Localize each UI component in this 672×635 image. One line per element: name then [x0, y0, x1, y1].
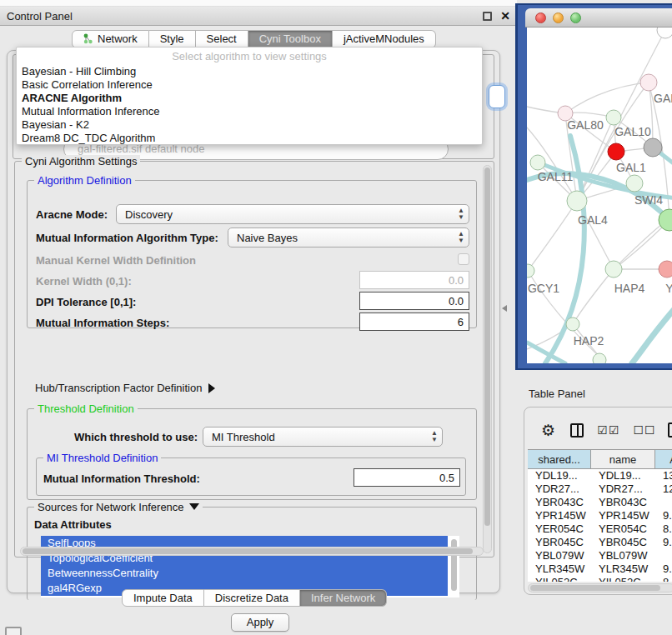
aracne-mode-value: Discovery	[125, 208, 173, 221]
settings-vertical-scrollbar[interactable]	[483, 165, 492, 553]
tab-impute-data[interactable]: Impute Data	[122, 589, 204, 607]
settings-group-title: Cyni Algorithm Settings	[22, 155, 140, 168]
data-attributes-label: Data Attributes	[34, 518, 112, 531]
column-header[interactable]: A	[655, 450, 672, 468]
table-cell: YLR345W	[528, 562, 591, 576]
mi-steps-field[interactable]: 6	[359, 312, 469, 331]
node-table: shared...nameA YDL19...YDL19...13YDR27..…	[528, 449, 672, 582]
table-row[interactable]: YBR043CYBR043C	[528, 496, 672, 509]
focused-spinner[interactable]	[489, 85, 505, 108]
network-node-gal1[interactable]	[626, 175, 643, 192]
network-window-titlebar[interactable]	[525, 8, 672, 28]
network-edge[interactable]	[614, 224, 662, 269]
docked-panel-icon[interactable]	[5, 627, 22, 635]
node-label-swi4: SWI4	[634, 193, 663, 207]
control-panel-titlebar: Control Panel ✕	[0, 7, 517, 26]
column-header[interactable]: shared...	[528, 450, 591, 468]
table-row[interactable]: YPR145WYPR145W9.	[528, 509, 672, 522]
gear-icon[interactable]: ⚙	[541, 421, 555, 440]
table-cell: YPR145W	[528, 509, 591, 522]
sources-title[interactable]: Sources for Network Inference	[34, 501, 203, 513]
network-node-gcy1[interactable]	[527, 264, 534, 278]
network-node-hap2[interactable]	[566, 318, 579, 331]
network-edge[interactable]	[528, 201, 577, 271]
threshold-definition-title: Threshold Definition	[34, 402, 138, 415]
kernel-width-label: Kernel Width (0,1):	[36, 275, 132, 288]
algorithm-option[interactable]: Bayesian - K2	[17, 118, 482, 132]
table-cell: YDR27...	[591, 482, 655, 496]
table-horizontal-scrollbar[interactable]	[528, 583, 672, 592]
network-node-salmon-node[interactable]	[659, 261, 672, 278]
algorithm-option[interactable]: Basic Correlation Inference	[17, 78, 482, 92]
unchecked-checkboxes-icon[interactable]: ☐☐	[633, 423, 655, 437]
network-node-red-node[interactable]	[608, 143, 624, 160]
mi-type-combo[interactable]: Naive Bayes ▲▼	[228, 228, 469, 248]
panel-divider-handle[interactable]	[502, 305, 507, 312]
network-node-top-right[interactable]	[657, 28, 672, 38]
hub-definition-toggle[interactable]: Hub/Transcription Factor Definition	[35, 382, 215, 394]
table-row[interactable]: YBL079WYBL079W	[528, 549, 672, 562]
network-node-gal4[interactable]	[567, 191, 587, 211]
network-node-bottom-node[interactable]	[593, 353, 606, 363]
mi-type-label: Mutual Information Algorithm Type:	[36, 232, 218, 244]
table-panel-title: Table Panel	[529, 388, 585, 400]
which-threshold-combo[interactable]: MI Threshold ▲▼	[203, 427, 443, 447]
tab-style[interactable]: Style	[149, 30, 196, 48]
data-attribute-item[interactable]: BetweennessCentrality	[41, 566, 448, 581]
settings-horizontal-scrollbar[interactable]	[20, 547, 484, 556]
close-icon[interactable]: ✕	[500, 10, 510, 22]
algorithm-option[interactable]: Bayesian - Hill Climbing	[17, 65, 482, 78]
panel-title: Control Panel	[7, 10, 483, 22]
table-row[interactable]: YER054CYER054C8.	[528, 522, 672, 536]
aracne-mode-combo[interactable]: Discovery ▲▼	[116, 204, 469, 224]
network-canvas[interactable]: GALGAL80GAL10GAL1GAL11SWI4GAL4GCY1HAP4YH…	[527, 28, 672, 363]
stepper-arrows-icon: ▲▼	[458, 231, 464, 244]
algorithm-option[interactable]: Dream8 DC_TDC Algorithm	[17, 132, 482, 145]
table-cell: YDR27...	[528, 482, 591, 496]
mi-threshold-field[interactable]: 0.5	[354, 468, 460, 487]
network-node-gray-node[interactable]	[644, 138, 662, 157]
tab-jactivemnodules[interactable]: jActiveMNodules	[333, 30, 436, 48]
network-node-hap4[interactable]	[605, 261, 622, 278]
node-label-gal10: GAL10	[614, 125, 651, 138]
table-cell: 12	[655, 482, 672, 496]
dpi-tolerance-field[interactable]: 0.0	[359, 292, 469, 310]
table-row[interactable]: YIL052CYIL052C8	[528, 576, 672, 582]
table-cell: YBR043C	[591, 496, 655, 509]
table-row[interactable]: YLR345WYLR345W9.	[528, 562, 672, 576]
float-panel-icon[interactable]	[483, 12, 492, 21]
network-graph: GALGAL80GAL10GAL1GAL11SWI4GAL4GCY1HAP4YH…	[527, 28, 672, 363]
apply-button[interactable]: Apply	[231, 613, 289, 632]
traffic-light-close-icon[interactable]	[535, 12, 546, 23]
kernel-width-field[interactable]: 0.0	[359, 271, 469, 289]
algorithm-definition-title: Algorithm Definition	[34, 174, 135, 187]
checked-checkboxes-icon[interactable]: ☑☑	[597, 423, 619, 437]
table-cell: 9.	[655, 536, 672, 549]
algorithm-option[interactable]: ARACNE Algorithm	[17, 92, 482, 105]
tab-select[interactable]: Select	[196, 30, 248, 48]
table-row[interactable]: YDR27...YDR27...12	[528, 482, 672, 496]
algorithm-option[interactable]: Mutual Information Inference	[17, 105, 482, 118]
traffic-light-zoom-icon[interactable]	[570, 12, 581, 23]
network-node-gal7[interactable]	[640, 74, 657, 91]
table-row[interactable]: YDL19...YDL19...13	[528, 469, 672, 482]
tab-infer-network[interactable]: Infer Network	[300, 589, 387, 607]
table-row[interactable]: YBR045CYBR045C9.	[528, 536, 672, 549]
table-mode-icon[interactable]	[668, 422, 672, 438]
node-label-gcy1: GCY1	[528, 282, 559, 295]
column-header[interactable]: name	[591, 450, 655, 468]
tab-cyni-toolbox[interactable]: Cyni Toolbox	[248, 30, 333, 48]
network-node-gal10[interactable]	[606, 110, 621, 125]
network-node-gal11[interactable]	[530, 155, 545, 170]
node-label-hap4: HAP4	[614, 282, 645, 295]
tab-discretize-data[interactable]: Discretize Data	[204, 589, 300, 607]
columns-icon[interactable]	[570, 423, 584, 438]
tab-network[interactable]: Network	[72, 30, 149, 48]
manual-kernel-label: Manual Kernel Width Definition	[36, 254, 196, 267]
manual-kernel-checkbox[interactable]	[458, 253, 469, 265]
algorithm-popup-list: Bayesian - Hill ClimbingBasic Correlatio…	[17, 65, 482, 145]
expand-arrow-icon	[208, 383, 215, 393]
table-cell: 8	[655, 576, 672, 582]
traffic-light-minimize-icon[interactable]	[553, 12, 564, 23]
network-edge[interactable]	[632, 304, 672, 363]
